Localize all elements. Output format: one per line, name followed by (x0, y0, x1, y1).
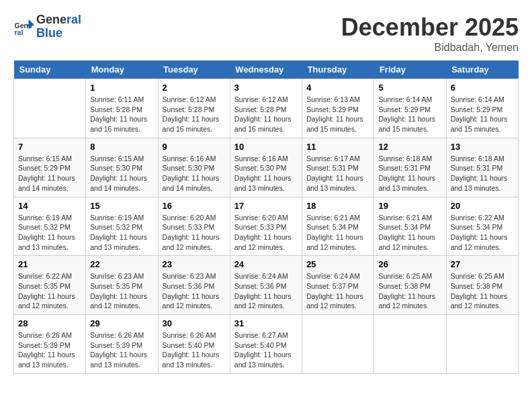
calendar-cell: 4Sunrise: 6:13 AMSunset: 5:29 PMDaylight… (302, 79, 374, 138)
day-info: Sunrise: 6:18 AMSunset: 5:31 PMDaylight:… (378, 154, 441, 193)
day-number: 29 (90, 318, 153, 328)
day-info: Sunrise: 6:13 AMSunset: 5:29 PMDaylight:… (306, 95, 369, 134)
day-info: Sunrise: 6:16 AMSunset: 5:30 PMDaylight:… (163, 154, 226, 193)
day-number: 20 (451, 201, 514, 211)
day-info: Sunrise: 6:19 AMSunset: 5:32 PMDaylight:… (18, 213, 81, 253)
calendar-cell: 29Sunrise: 6:26 AMSunset: 5:39 PMDayligh… (86, 315, 158, 374)
calendar-cell: 15Sunrise: 6:19 AMSunset: 5:32 PMDayligh… (86, 197, 158, 256)
calendar-cell: 5Sunrise: 6:14 AMSunset: 5:29 PMDaylight… (374, 79, 446, 138)
calendar-week-row: 28Sunrise: 6:26 AMSunset: 5:39 PMDayligh… (14, 315, 519, 374)
svg-text:ral: ral (15, 28, 24, 36)
day-number: 13 (451, 142, 514, 152)
day-info: Sunrise: 6:27 AMSunset: 5:40 PMDaylight:… (234, 330, 298, 370)
day-number: 22 (90, 259, 153, 269)
day-info: Sunrise: 6:26 AMSunset: 5:40 PMDaylight:… (163, 330, 226, 370)
calendar-cell: 21Sunrise: 6:22 AMSunset: 5:35 PMDayligh… (14, 256, 86, 315)
day-info: Sunrise: 6:17 AMSunset: 5:31 PMDaylight:… (306, 154, 369, 193)
day-info: Sunrise: 6:15 AMSunset: 5:29 PMDaylight:… (18, 154, 81, 193)
calendar-cell: 27Sunrise: 6:25 AMSunset: 5:38 PMDayligh… (446, 256, 518, 315)
day-number: 16 (163, 201, 226, 211)
calendar-header-row: SundayMondayTuesdayWednesdayThursdayFrid… (14, 60, 519, 79)
calendar-cell: 8Sunrise: 6:15 AMSunset: 5:30 PMDaylight… (86, 138, 158, 197)
col-header-thursday: Thursday (302, 60, 374, 79)
logo: Gene ral General Blue (13, 13, 81, 40)
day-info: Sunrise: 6:24 AMSunset: 5:37 PMDaylight:… (306, 271, 369, 311)
month-year-title: December 2025 (341, 13, 519, 42)
calendar-cell: 25Sunrise: 6:24 AMSunset: 5:37 PMDayligh… (302, 256, 374, 315)
calendar-cell: 23Sunrise: 6:23 AMSunset: 5:36 PMDayligh… (158, 256, 230, 315)
calendar-week-row: 7Sunrise: 6:15 AMSunset: 5:29 PMDaylight… (14, 138, 519, 197)
day-info: Sunrise: 6:21 AMSunset: 5:34 PMDaylight:… (378, 213, 441, 253)
calendar-cell: 30Sunrise: 6:26 AMSunset: 5:40 PMDayligh… (158, 315, 230, 374)
calendar-table: SundayMondayTuesdayWednesdayThursdayFrid… (13, 60, 519, 374)
day-info: Sunrise: 6:20 AMSunset: 5:33 PMDaylight:… (163, 213, 226, 253)
day-info: Sunrise: 6:25 AMSunset: 5:38 PMDaylight:… (378, 271, 441, 311)
day-info: Sunrise: 6:19 AMSunset: 5:32 PMDaylight:… (90, 213, 153, 253)
day-info: Sunrise: 6:23 AMSunset: 5:36 PMDaylight:… (163, 271, 226, 311)
day-info: Sunrise: 6:22 AMSunset: 5:35 PMDaylight:… (18, 271, 81, 311)
calendar-cell: 26Sunrise: 6:25 AMSunset: 5:38 PMDayligh… (374, 256, 446, 315)
location-subtitle: Bidbadah, Yemen (341, 42, 519, 54)
calendar-cell: 17Sunrise: 6:20 AMSunset: 5:33 PMDayligh… (230, 197, 302, 256)
calendar-cell (446, 315, 518, 374)
calendar-cell: 19Sunrise: 6:21 AMSunset: 5:34 PMDayligh… (374, 197, 446, 256)
day-info: Sunrise: 6:26 AMSunset: 5:39 PMDaylight:… (90, 330, 153, 370)
day-info: Sunrise: 6:20 AMSunset: 5:33 PMDaylight:… (234, 213, 298, 253)
day-number: 8 (90, 142, 153, 152)
calendar-cell: 7Sunrise: 6:15 AMSunset: 5:29 PMDaylight… (14, 138, 86, 197)
day-info: Sunrise: 6:24 AMSunset: 5:36 PMDaylight:… (234, 271, 298, 311)
day-number: 14 (18, 201, 81, 211)
day-info: Sunrise: 6:21 AMSunset: 5:34 PMDaylight:… (306, 213, 369, 253)
col-header-monday: Monday (86, 60, 158, 79)
day-number: 4 (306, 83, 369, 93)
day-number: 24 (234, 259, 298, 269)
day-number: 26 (378, 259, 441, 269)
calendar-cell: 9Sunrise: 6:16 AMSunset: 5:30 PMDaylight… (158, 138, 230, 197)
calendar-cell: 28Sunrise: 6:26 AMSunset: 5:39 PMDayligh… (14, 315, 86, 374)
calendar-cell: 18Sunrise: 6:21 AMSunset: 5:34 PMDayligh… (302, 197, 374, 256)
col-header-sunday: Sunday (14, 60, 86, 79)
calendar-cell: 1Sunrise: 6:11 AMSunset: 5:28 PMDaylight… (86, 79, 158, 138)
day-number: 18 (306, 201, 369, 211)
calendar-cell: 14Sunrise: 6:19 AMSunset: 5:32 PMDayligh… (14, 197, 86, 256)
calendar-cell (302, 315, 374, 374)
day-number: 27 (451, 259, 514, 269)
day-number: 11 (306, 142, 369, 152)
day-number: 6 (451, 83, 514, 93)
day-info: Sunrise: 6:22 AMSunset: 5:34 PMDaylight:… (451, 213, 514, 253)
logo-general: General (36, 13, 81, 26)
calendar-cell: 22Sunrise: 6:23 AMSunset: 5:35 PMDayligh… (86, 256, 158, 315)
col-header-wednesday: Wednesday (230, 60, 302, 79)
col-header-tuesday: Tuesday (158, 60, 230, 79)
day-info: Sunrise: 6:14 AMSunset: 5:29 PMDaylight:… (451, 95, 514, 134)
day-info: Sunrise: 6:23 AMSunset: 5:35 PMDaylight:… (90, 271, 153, 311)
calendar-cell: 24Sunrise: 6:24 AMSunset: 5:36 PMDayligh… (230, 256, 302, 315)
day-number: 21 (18, 259, 81, 269)
day-number: 10 (234, 142, 298, 152)
calendar-cell (374, 315, 446, 374)
day-number: 19 (378, 201, 441, 211)
day-number: 7 (18, 142, 81, 152)
day-info: Sunrise: 6:16 AMSunset: 5:30 PMDaylight:… (234, 154, 298, 193)
day-info: Sunrise: 6:25 AMSunset: 5:38 PMDaylight:… (451, 271, 514, 311)
day-info: Sunrise: 6:15 AMSunset: 5:30 PMDaylight:… (90, 154, 153, 193)
logo-icon: Gene ral (13, 17, 34, 37)
calendar-cell: 6Sunrise: 6:14 AMSunset: 5:29 PMDaylight… (446, 79, 518, 138)
day-number: 15 (90, 201, 153, 211)
calendar-cell: 13Sunrise: 6:18 AMSunset: 5:31 PMDayligh… (446, 138, 518, 197)
calendar-cell: 3Sunrise: 6:12 AMSunset: 5:28 PMDaylight… (230, 79, 302, 138)
day-number: 28 (18, 318, 81, 328)
day-number: 30 (163, 318, 226, 328)
day-number: 23 (163, 259, 226, 269)
calendar-cell (14, 79, 86, 138)
day-number: 2 (163, 83, 226, 93)
day-number: 3 (234, 83, 298, 93)
logo-blue: Blue (36, 27, 81, 40)
day-info: Sunrise: 6:18 AMSunset: 5:31 PMDaylight:… (451, 154, 514, 193)
calendar-week-row: 21Sunrise: 6:22 AMSunset: 5:35 PMDayligh… (14, 256, 519, 315)
day-info: Sunrise: 6:26 AMSunset: 5:39 PMDaylight:… (18, 330, 81, 370)
col-header-saturday: Saturday (446, 60, 518, 79)
calendar-cell: 20Sunrise: 6:22 AMSunset: 5:34 PMDayligh… (446, 197, 518, 256)
col-header-friday: Friday (374, 60, 446, 79)
calendar-cell: 10Sunrise: 6:16 AMSunset: 5:30 PMDayligh… (230, 138, 302, 197)
